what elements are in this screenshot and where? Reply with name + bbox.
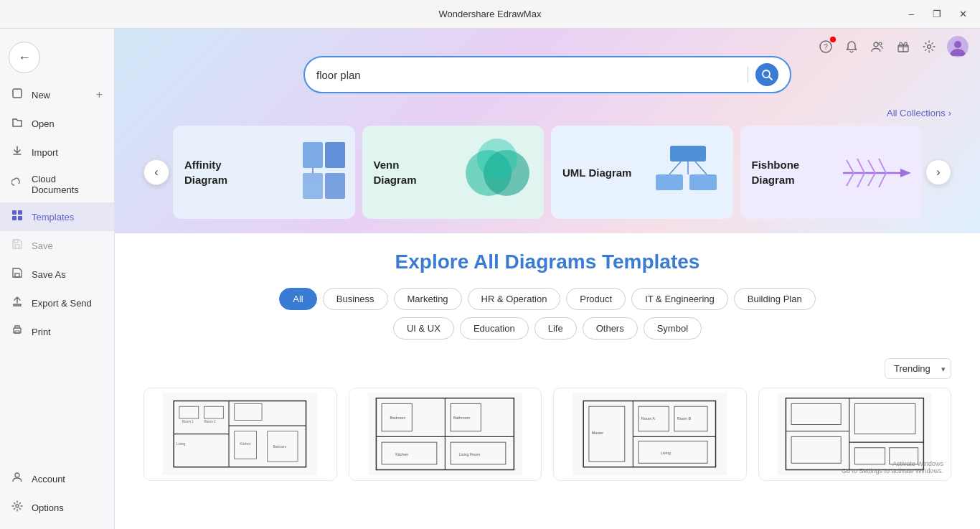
pill-it[interactable]: IT & Engineering bbox=[631, 288, 728, 310]
svg-rect-27 bbox=[325, 173, 345, 199]
new-plus-icon: + bbox=[96, 88, 103, 101]
card-uml-diagram[interactable]: UML Diagram bbox=[551, 126, 733, 219]
sidebar-item-open[interactable]: Open bbox=[0, 109, 114, 138]
svg-rect-0 bbox=[13, 89, 22, 98]
pill-symbol[interactable]: Symbol bbox=[644, 317, 702, 340]
sidebar-item-saveas[interactable]: Save As bbox=[0, 260, 114, 289]
svg-text:?: ? bbox=[824, 43, 828, 51]
sort-row: Trending Newest Popular bbox=[115, 358, 980, 379]
sidebar-item-import[interactable]: Import bbox=[0, 138, 114, 167]
svg-rect-33 bbox=[656, 174, 683, 190]
explore-title: Explore All Diagrams Templates bbox=[143, 251, 951, 273]
sidebar-item-templates[interactable]: Templates bbox=[0, 202, 114, 231]
pill-education[interactable]: Education bbox=[460, 317, 529, 340]
back-button[interactable]: ← bbox=[9, 42, 40, 73]
svg-rect-34 bbox=[689, 174, 717, 190]
export-label: Export & Send bbox=[32, 298, 103, 309]
hero-section: ? bbox=[115, 29, 980, 233]
pill-building[interactable]: Building Plan bbox=[734, 288, 816, 310]
uml-illustration bbox=[647, 136, 726, 208]
template-card-2[interactable]: Bedroom Bathroom Kitchen Living Room bbox=[349, 388, 542, 481]
carousel-next-button[interactable]: › bbox=[925, 159, 951, 185]
svg-point-15 bbox=[879, 42, 882, 45]
svg-point-31 bbox=[477, 139, 517, 179]
svg-line-43 bbox=[879, 159, 886, 173]
open-label: Open bbox=[32, 118, 103, 129]
diagram-cards: Affinity Diagram bbox=[169, 126, 925, 219]
svg-text:Kitchen: Kitchen bbox=[395, 453, 408, 457]
pill-business[interactable]: Business bbox=[323, 288, 388, 310]
svg-rect-25 bbox=[325, 142, 345, 168]
svg-text:Bathroom: Bathroom bbox=[453, 416, 471, 420]
venn-illustration bbox=[458, 136, 537, 208]
svg-marker-39 bbox=[900, 169, 911, 177]
svg-line-46 bbox=[868, 173, 875, 186]
sidebar-item-options[interactable]: Options bbox=[0, 493, 114, 522]
new-icon bbox=[11, 88, 24, 102]
export-icon bbox=[11, 296, 24, 310]
avatar[interactable] bbox=[947, 36, 969, 57]
sidebar: ← New + Open Import Cloud Documents bbox=[0, 29, 115, 529]
minimize-button[interactable]: – bbox=[901, 6, 921, 22]
card-affinity-diagram[interactable]: Affinity Diagram bbox=[173, 126, 355, 219]
help-icon[interactable]: ? bbox=[818, 39, 834, 55]
settings-icon[interactable] bbox=[921, 39, 937, 55]
pill-marketing[interactable]: Marketing bbox=[394, 288, 462, 310]
svg-text:Master: Master bbox=[592, 431, 604, 435]
gift-icon[interactable] bbox=[895, 39, 911, 55]
svg-rect-4 bbox=[18, 216, 22, 220]
pill-product[interactable]: Product bbox=[566, 288, 626, 310]
template-card-4[interactable]: Activate Windows Go to Settings to activ… bbox=[758, 388, 952, 481]
svg-rect-3 bbox=[12, 216, 17, 220]
search-button[interactable] bbox=[755, 63, 778, 86]
svg-point-14 bbox=[874, 42, 878, 47]
svg-point-19 bbox=[928, 45, 931, 49]
bell-icon[interactable] bbox=[844, 39, 859, 55]
search-input[interactable] bbox=[316, 69, 740, 81]
filter-pills-row2: UI & UX Education Life Others Symbol bbox=[143, 317, 951, 340]
sort-select[interactable]: Trending Newest Popular bbox=[885, 358, 951, 379]
card-fishbone-diagram[interactable]: Fishbone Diagram bbox=[740, 126, 923, 219]
fishbone-illustration bbox=[836, 136, 915, 208]
save-label: Save bbox=[32, 240, 103, 251]
template-card-1[interactable]: Room 1 Room 2 Living Kitchen Bedroom bbox=[143, 388, 337, 481]
sidebar-item-account[interactable]: Account bbox=[0, 464, 114, 493]
pill-others[interactable]: Others bbox=[583, 317, 638, 340]
svg-point-10 bbox=[15, 473, 19, 477]
pill-hr[interactable]: HR & Operation bbox=[468, 288, 561, 310]
all-collections-link[interactable]: All Collections › bbox=[887, 108, 951, 118]
main-content: ? bbox=[115, 29, 980, 529]
print-icon bbox=[11, 324, 24, 339]
svg-rect-5 bbox=[15, 245, 19, 248]
svg-rect-24 bbox=[303, 142, 323, 168]
search-divider bbox=[748, 67, 748, 83]
sidebar-item-save: Save bbox=[0, 231, 114, 260]
maximize-button[interactable]: ❐ bbox=[927, 6, 947, 22]
pill-all[interactable]: All bbox=[279, 288, 316, 310]
sidebar-bottom: Account Options bbox=[0, 464, 114, 529]
sidebar-item-cloud[interactable]: Cloud Documents bbox=[0, 167, 114, 202]
app-title: Wondershare EdrawMax bbox=[439, 9, 542, 19]
sidebar-item-new[interactable]: New + bbox=[0, 80, 114, 109]
close-button[interactable]: ✕ bbox=[953, 6, 973, 22]
search-bar bbox=[303, 56, 791, 93]
template-grid: Room 1 Room 2 Living Kitchen Bedroom bbox=[115, 388, 980, 498]
svg-text:Living: Living bbox=[176, 442, 185, 446]
sidebar-item-export[interactable]: Export & Send bbox=[0, 289, 114, 317]
import-label: Import bbox=[32, 147, 103, 158]
users-icon[interactable] bbox=[870, 39, 885, 55]
card-venn-diagram[interactable]: Venn Diagram bbox=[362, 126, 545, 219]
template-card-3[interactable]: Master Room A Room B Living bbox=[553, 388, 747, 481]
pill-uiux[interactable]: UI & UX bbox=[393, 317, 454, 340]
svg-line-23 bbox=[769, 77, 772, 80]
svg-text:Room A: Room A bbox=[641, 417, 655, 421]
svg-text:Living: Living bbox=[661, 451, 671, 455]
pill-life[interactable]: Life bbox=[534, 317, 577, 340]
svg-text:Living Room: Living Room bbox=[458, 453, 480, 457]
sidebar-item-print[interactable]: Print bbox=[0, 317, 114, 346]
explore-section: Explore All Diagrams Templates All Busin… bbox=[115, 233, 980, 358]
svg-line-37 bbox=[695, 161, 707, 174]
carousel-prev-button[interactable]: ‹ bbox=[143, 159, 169, 185]
titlebar: Wondershare EdrawMax – ❐ ✕ bbox=[0, 0, 980, 29]
explore-title-colored: All Diagrams Templates bbox=[473, 251, 699, 273]
